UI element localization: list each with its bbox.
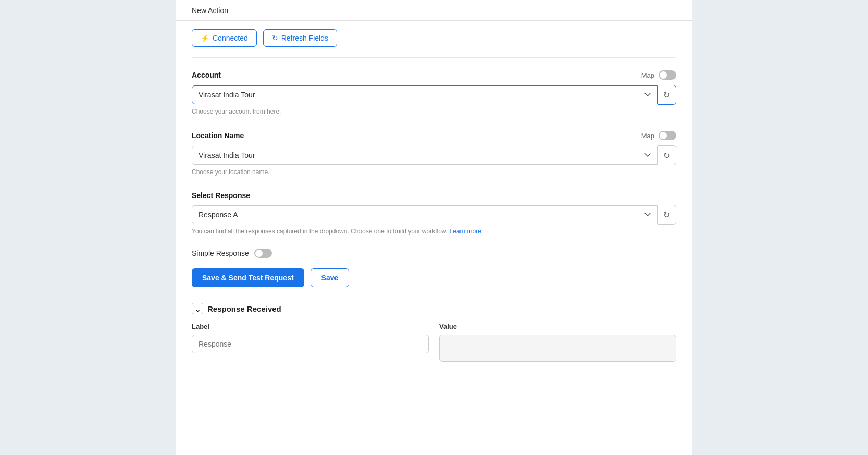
location-refresh-btn[interactable]: ↻ <box>658 145 676 165</box>
location-map-toggle[interactable] <box>659 131 676 140</box>
select-response-refresh-btn[interactable]: ↻ <box>658 205 676 225</box>
connected-icon: ⚡ <box>201 34 209 42</box>
location-hint: Choose your location name. <box>192 168 676 176</box>
label-col-header: Label <box>192 323 429 330</box>
chevron-down-icon: ⌄ <box>194 304 201 314</box>
location-label: Location Name <box>192 131 244 140</box>
response-received-title: Response Received <box>207 304 281 313</box>
connected-label: Connected <box>213 34 248 42</box>
refresh-fields-button[interactable]: ↻ Refresh Fields <box>263 29 337 47</box>
hint-suffix: . <box>481 228 483 235</box>
simple-response-toggle[interactable] <box>254 249 272 258</box>
location-map-row: Map <box>641 131 676 140</box>
account-map-toggle[interactable] <box>659 70 676 80</box>
account-map-label: Map <box>641 71 654 79</box>
label-input[interactable] <box>192 335 429 353</box>
select-response-label: Select Response <box>192 191 250 200</box>
top-buttons-row: ⚡ Connected ↻ Refresh Fields <box>176 21 692 55</box>
location-select-row: Virasat India Tour ↻ <box>192 145 676 165</box>
account-field-header: Account Map <box>192 70 676 80</box>
divider-top <box>192 57 676 58</box>
save-button[interactable]: Save <box>311 268 350 287</box>
label-col: Label <box>192 323 429 364</box>
top-bar: New Action <box>176 0 692 21</box>
select-response-header: Select Response <box>192 191 676 200</box>
response-received-section: ⌄ Response Received Label Value <box>176 298 692 379</box>
account-refresh-btn[interactable]: ↻ <box>658 85 676 105</box>
refresh-fields-label: Refresh Fields <box>281 34 328 42</box>
response-received-header: ⌄ Response Received <box>192 303 676 314</box>
account-hint: Choose your account from here. <box>192 108 676 115</box>
label-value-row: Label Value <box>192 323 676 364</box>
account-select-row: Virasat India Tour ↻ <box>192 85 676 105</box>
hint-prefix: You can find all the responses captured … <box>192 228 448 235</box>
account-label: Account <box>192 71 221 79</box>
select-response-select[interactable]: Response A <box>192 205 658 224</box>
select-response-hint: You can find all the responses captured … <box>192 228 676 235</box>
account-select[interactable]: Virasat India Tour <box>192 85 658 104</box>
value-textarea[interactable] <box>439 335 676 362</box>
select-response-row: Response A ↻ <box>192 205 676 225</box>
value-col-header: Value <box>439 323 676 330</box>
response-received-chevron[interactable]: ⌄ <box>192 303 203 314</box>
top-bar-title: New Action <box>192 6 228 15</box>
select-response-section: Select Response Response A ↻ You can fin… <box>176 181 692 240</box>
account-section: Account Map Virasat India Tour ↻ Choose … <box>176 60 692 120</box>
simple-response-row: Simple Response <box>176 240 692 262</box>
learn-more-link[interactable]: Learn more <box>450 228 481 235</box>
simple-response-label: Simple Response <box>192 249 249 257</box>
location-map-label: Map <box>641 132 654 140</box>
location-field-header: Location Name Map <box>192 131 676 140</box>
account-map-row: Map <box>641 70 676 80</box>
location-select[interactable]: Virasat India Tour <box>192 146 658 165</box>
select-response-refresh-icon: ↻ <box>663 210 670 220</box>
refresh-icon: ↻ <box>272 34 278 42</box>
value-col: Value <box>439 323 676 364</box>
action-buttons-row: Save & Send Test Request Save <box>176 262 692 298</box>
save-test-button[interactable]: Save & Send Test Request <box>192 268 304 287</box>
connected-button[interactable]: ⚡ Connected <box>192 29 257 47</box>
location-section: Location Name Map Virasat India Tour ↻ C… <box>176 120 692 181</box>
location-refresh-icon: ↻ <box>663 151 670 161</box>
account-refresh-icon: ↻ <box>663 90 670 100</box>
